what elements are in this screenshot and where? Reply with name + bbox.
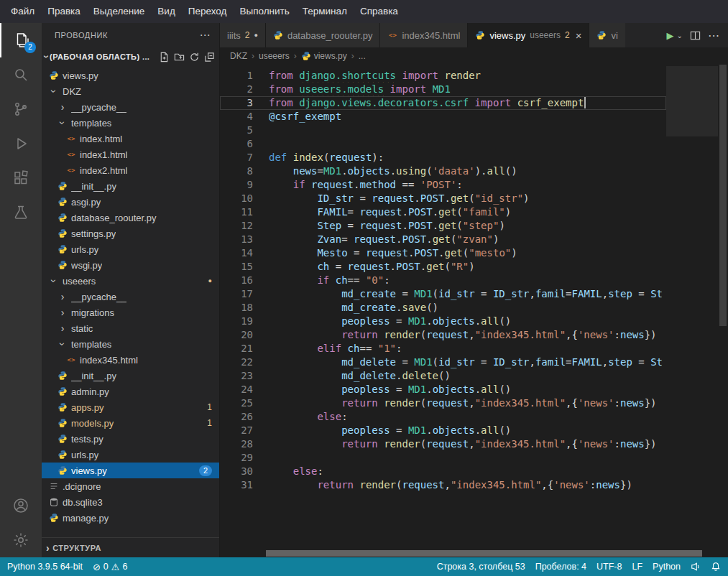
tree-item-dkz[interactable]: ›DKZ xyxy=(42,83,219,99)
encoding[interactable]: UTF-8 xyxy=(596,562,622,572)
tree-item-index-html[interactable]: <>index.html xyxy=(42,131,219,147)
breadcrumb-item-dkz[interactable]: DKZ xyxy=(230,51,247,61)
tab-database-roouter-py[interactable]: database_roouter.py xyxy=(266,23,381,47)
code-line[interactable]: 1from django.shortcuts import render xyxy=(220,69,666,83)
tree-item-useeers[interactable]: ›useeers● xyxy=(42,273,219,289)
account-icon[interactable] xyxy=(0,488,42,523)
code-line[interactable]: 28 return render(request,"index345.html"… xyxy=(220,437,666,451)
eol[interactable]: LF xyxy=(632,562,642,572)
code-line[interactable]: 21 elif ch== "1": xyxy=(220,342,666,356)
tree-item-templates[interactable]: ›templates xyxy=(42,115,219,131)
collapse-all-icon[interactable] xyxy=(204,52,215,62)
breadcrumb-item-views-py[interactable]: views.py xyxy=(301,51,347,61)
search-icon[interactable] xyxy=(0,57,42,92)
workspace-section-header[interactable]: › (РАБОЧАЯ ОБЛАСТЬ) ... xyxy=(42,47,219,66)
tree-item-index1-html[interactable]: <>index1.html xyxy=(42,147,219,162)
code-editor[interactable]: 1from django.shortcuts import render2fro… xyxy=(220,65,728,557)
notifications-bell-icon[interactable] xyxy=(711,562,721,572)
tree-item-pycache[interactable]: ›__pycache__ xyxy=(42,99,219,115)
refresh-icon[interactable] xyxy=(189,52,200,62)
tree-item-pycache[interactable]: ›__pycache__ xyxy=(42,289,219,305)
run-python-file-icon[interactable]: ▶ xyxy=(667,30,674,41)
menu-item-переход[interactable]: Переход xyxy=(182,0,234,23)
split-editor-icon[interactable] xyxy=(690,30,701,41)
tree-item-urls-py[interactable]: urls.py xyxy=(42,241,219,257)
tree-item-init-py[interactable]: __init__.py xyxy=(42,368,219,384)
explorer-more-icon[interactable]: ⋯ xyxy=(199,29,211,42)
code-line[interactable]: 29 xyxy=(220,451,666,465)
code-line[interactable]: 4@csrf_exempt xyxy=(220,110,666,124)
code-line[interactable]: 19 peopless = MD1.objects.all() xyxy=(220,315,666,328)
tree-item-templates[interactable]: ›templates xyxy=(42,336,219,352)
source-control-icon[interactable] xyxy=(0,92,42,126)
code-line[interactable]: 3from django.views.decorators.csrf impor… xyxy=(220,96,666,110)
tab-iiits[interactable]: iiits2● xyxy=(220,23,266,47)
language-mode[interactable]: Python xyxy=(653,562,681,572)
code-line[interactable]: 23 md_delete.delete() xyxy=(220,369,666,383)
new-folder-icon[interactable] xyxy=(174,52,185,62)
tree-item-apps-py[interactable]: apps.py1 xyxy=(42,399,219,415)
dirty-dot-icon[interactable]: ● xyxy=(254,32,257,39)
menu-item-справка[interactable]: Справка xyxy=(354,0,405,23)
problems-indicator[interactable]: ⊘ 0 ⚠ 6 xyxy=(93,562,127,572)
cursor-position[interactable]: Строка 3, столбец 53 xyxy=(437,562,525,572)
minimap[interactable] xyxy=(666,66,718,549)
tree-item-init-py[interactable]: __init__.py xyxy=(42,178,219,194)
menu-item-правка[interactable]: Правка xyxy=(41,0,87,23)
tree-item-migrations[interactable]: ›migrations xyxy=(42,305,219,320)
breadcrumb-item-useeers[interactable]: useeers xyxy=(259,51,290,61)
code-line[interactable]: 9 if request.method == 'POST': xyxy=(220,178,666,192)
code-line[interactable]: 18 md_create.save() xyxy=(220,301,666,315)
run-dropdown-icon[interactable]: ⌄ xyxy=(677,32,683,40)
code-line[interactable]: 17 md_create = MD1(id_str = ID_str,famil… xyxy=(220,287,666,301)
tree-item-views-py[interactable]: views.py2 xyxy=(42,463,219,478)
feedback-icon[interactable] xyxy=(691,562,701,572)
settings-gear-icon[interactable] xyxy=(0,523,42,557)
tab-index345-html[interactable]: <>index345.html xyxy=(380,23,468,47)
tree-item-views-py[interactable]: views.py xyxy=(42,68,219,83)
code-line[interactable]: 27 peopless = MD1.objects.all() xyxy=(220,424,666,437)
more-actions-icon[interactable]: ⋯ xyxy=(708,29,719,42)
code-line[interactable]: 11 FAMIL= request.POST.get("famil") xyxy=(220,205,666,219)
indentation[interactable]: Пробелов: 4 xyxy=(535,562,586,572)
testing-icon[interactable] xyxy=(0,195,42,230)
code-line[interactable]: 22 md_delete = MD1(id_str = ID_str,famil… xyxy=(220,356,666,369)
new-file-icon[interactable] xyxy=(159,52,170,62)
menu-item-выделение[interactable]: Выделение xyxy=(87,0,152,23)
tab-views-py[interactable]: views.pyuseeers2× xyxy=(468,23,589,47)
code-line[interactable]: 15 ch = request.POST.get("R") xyxy=(220,260,666,274)
tree-item-static[interactable]: ›static xyxy=(42,320,219,336)
tree-item-admin-py[interactable]: admin.py xyxy=(42,384,219,399)
tree-item-wsgi-py[interactable]: wsgi.py xyxy=(42,257,219,273)
code-line[interactable]: 26 else: xyxy=(220,410,666,424)
tree-item-manage-py[interactable]: manage.py xyxy=(42,510,219,526)
tab-vi[interactable]: vi xyxy=(589,23,625,47)
code-line[interactable]: 7def index(request): xyxy=(220,151,666,164)
code-line[interactable]: 14 Mesto = request.POST.get("mesto") xyxy=(220,246,666,260)
code-line[interactable]: 20 return render(request,"index345.html"… xyxy=(220,328,666,342)
tree-item-urls-py[interactable]: urls.py xyxy=(42,447,219,463)
code-line[interactable]: 12 Step = request.POST.get("step") xyxy=(220,219,666,233)
horizontal-scrollbar[interactable] xyxy=(220,549,718,557)
code-line[interactable]: 8 news=MD1.objects.using('daata').all() xyxy=(220,164,666,178)
tree-item-index2-html[interactable]: <>index2.html xyxy=(42,162,219,178)
tree-item-dcignore[interactable]: .dcignore xyxy=(42,478,219,494)
menu-item-выполнить[interactable]: Выполнить xyxy=(233,0,295,23)
code-line[interactable]: 31 return render(request,"index345.html"… xyxy=(220,478,666,492)
tree-item-settings-py[interactable]: settings.py xyxy=(42,226,219,241)
breadcrumb-item-item[interactable]: ... xyxy=(359,51,366,61)
code-line[interactable]: 25 return render(request,"index345.html"… xyxy=(220,396,666,410)
tree-item-index345-html[interactable]: <>index345.html xyxy=(42,352,219,368)
explorer-icon[interactable]: 2 xyxy=(0,23,42,57)
tree-item-asgi-py[interactable]: asgi.py xyxy=(42,194,219,210)
menu-item-вид[interactable]: Вид xyxy=(151,0,181,23)
code-line[interactable]: 13 Zvan= request.POST.get("zvan") xyxy=(220,233,666,246)
code-line[interactable]: 30 else: xyxy=(220,465,666,478)
extensions-icon[interactable] xyxy=(0,161,42,195)
run-debug-icon[interactable] xyxy=(0,126,42,161)
outline-section-header[interactable]: › СТРУКТУРА xyxy=(42,537,219,557)
code-line[interactable]: 5 xyxy=(220,124,666,137)
tree-item-db-sqlite3[interactable]: db.sqlite3 xyxy=(42,494,219,510)
code-line[interactable]: 24 peopless = MD1.objects.all() xyxy=(220,383,666,396)
code-line[interactable]: 10 ID_str = request.POST.get("id_str") xyxy=(220,192,666,205)
